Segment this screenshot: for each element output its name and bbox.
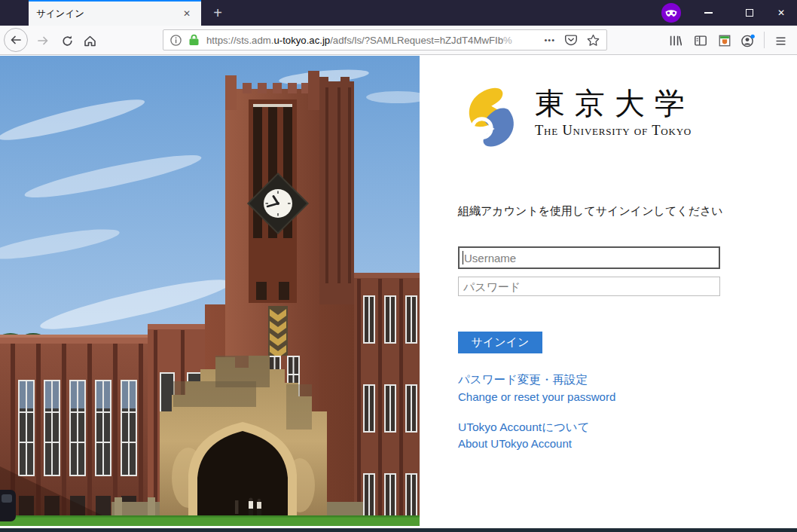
url-prefix: https://sts.adm. [206, 35, 273, 46]
close-window-button[interactable]: ✕ [765, 0, 797, 26]
home-button[interactable] [81, 32, 99, 50]
back-arrow-icon [10, 34, 22, 46]
signin-instruction: 組織アカウントを使用してサインインしてください [458, 204, 723, 219]
university-name-en: The University of Tokyo [535, 123, 695, 139]
pocket-icon[interactable] [564, 33, 578, 47]
sidebar-toggle-button[interactable] [692, 32, 710, 50]
maximize-button[interactable] [732, 0, 766, 26]
tab-signin[interactable]: サインイン ✕ [29, 0, 201, 26]
tab-title: サインイン [36, 8, 180, 20]
about-account-link-en[interactable]: About UTokyo Account [458, 437, 572, 450]
ginkgo-leaf-icon [461, 81, 524, 152]
forward-arrow-icon [37, 35, 49, 47]
url-text: https://sts.adm.u-tokyo.ac.jp/adfs/ls/?S… [206, 35, 512, 46]
password-input[interactable] [458, 277, 720, 296]
university-name: 東京大学 [535, 89, 695, 119]
library-button[interactable] [666, 32, 684, 50]
tab-close-icon[interactable]: ✕ [180, 7, 194, 20]
text-caret [463, 251, 463, 264]
url-trail: % [503, 35, 512, 46]
hamburger-menu-icon [774, 35, 787, 47]
account-icon [741, 34, 755, 48]
campus-photo [0, 56, 420, 526]
reload-icon [61, 35, 74, 47]
change-password-link-en[interactable]: Change or reset your password [458, 390, 615, 403]
window-bottom-border [0, 528, 797, 532]
sidebar-icon [694, 34, 707, 47]
url-path: /adfs/ls/?SAMLRequest=hZJdT4MwFIb [330, 35, 503, 46]
bookmark-star-icon[interactable] [587, 34, 600, 47]
minimize-icon [704, 12, 713, 14]
account-button[interactable] [738, 32, 756, 50]
username-input[interactable] [458, 246, 720, 269]
navigation-toolbar: https://sts.adm.u-tokyo.ac.jp/adfs/ls/?S… [0, 26, 797, 55]
signin-button[interactable]: サインイン [458, 332, 542, 353]
menu-button[interactable] [771, 32, 789, 50]
extension-button[interactable] [716, 32, 734, 50]
new-tab-button[interactable]: + [205, 0, 231, 26]
utokyo-logo: 東京大学 The University of Tokyo [461, 81, 695, 152]
page-actions-icon[interactable]: ••• [544, 35, 555, 44]
forward-button[interactable] [34, 32, 52, 50]
login-panel: 東京大学 The University of Tokyo 組織アカウントを使用し… [420, 56, 797, 528]
toolbar-separator [764, 32, 765, 48]
library-icon [668, 34, 682, 47]
maximize-icon [746, 9, 753, 17]
campus-photo-illustration [0, 56, 420, 526]
about-account-link-ja[interactable]: UTokyo Accountについて [458, 420, 590, 436]
extension-icon [718, 34, 731, 47]
url-bar[interactable]: https://sts.adm.u-tokyo.ac.jp/adfs/ls/?S… [163, 29, 607, 50]
url-domain: u-tokyo.ac.jp [273, 35, 330, 46]
home-icon [84, 35, 96, 47]
lock-icon[interactable] [188, 34, 200, 46]
private-browsing-icon [661, 3, 681, 23]
change-password-link-ja[interactable]: パスワード変更・再設定 [458, 372, 588, 388]
back-button[interactable] [4, 28, 28, 52]
titlebar: サインイン ✕ + ✕ [0, 0, 797, 26]
site-info-icon[interactable] [170, 35, 182, 46]
browser-window: サインイン ✕ + ✕ [0, 0, 797, 532]
reload-button[interactable] [58, 32, 76, 50]
page-content: 東京大学 The University of Tokyo 組織アカウントを使用し… [0, 56, 797, 528]
minimize-button[interactable] [692, 0, 725, 26]
